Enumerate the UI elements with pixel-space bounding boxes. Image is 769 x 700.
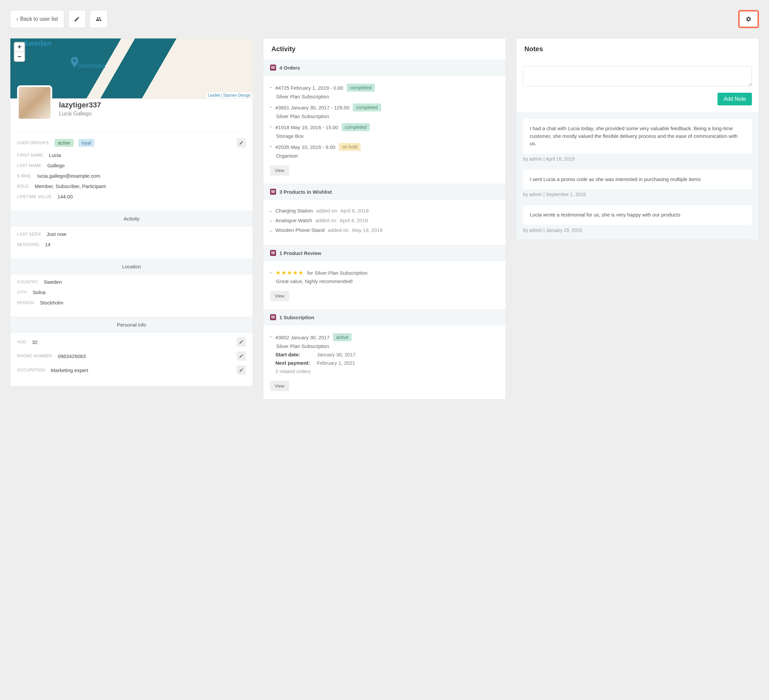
wishlist-product: Charging Station: [275, 208, 313, 214]
review-section-header: W 1 Product Review: [263, 245, 506, 261]
caret-icon: ▸: [270, 105, 272, 109]
order-line: #4725 February 1, 2019 - 0.00: [275, 85, 343, 91]
top-bar: ‹ Back to user list: [10, 10, 759, 28]
woo-icon: W: [270, 64, 276, 71]
wishlist-item: ▸Charging Station added on April 6, 2018: [270, 208, 499, 214]
wishlist-list: ▸Charging Station added on April 6, 2018…: [263, 200, 506, 245]
region-label: REGION:: [17, 301, 35, 305]
location-header: Location: [10, 259, 253, 274]
star-rating: ★★★★★: [275, 269, 304, 277]
age-value: 32: [32, 339, 38, 345]
wishlist-date: May 18, 2018: [352, 227, 383, 233]
users-button[interactable]: [90, 10, 108, 28]
add-note-button[interactable]: Add Note: [718, 93, 752, 105]
city-value: Solna: [33, 290, 45, 295]
profile-card: Sweden + − Stockholm Leaflet | Stamen De…: [10, 38, 253, 386]
wishlist-date: April 6, 2018: [340, 208, 368, 214]
phone-value: 0963426083: [58, 353, 86, 359]
next-payment-label: Next payment:: [275, 360, 315, 366]
edit-button[interactable]: [68, 10, 86, 28]
order-line: #2035 May 10, 2016 - 9.00: [275, 144, 335, 150]
wishlist-product: Wooden Phone Stand: [275, 227, 325, 233]
pencil-icon: [239, 354, 244, 358]
start-date-value: January 30, 2017: [317, 352, 356, 357]
city-label: CITY:: [17, 290, 28, 295]
group-loyal-badge: loyal: [78, 139, 95, 147]
activity-header: Activity: [10, 211, 253, 227]
order-status-badge: on hold: [339, 143, 361, 151]
notes-title: Notes: [516, 39, 759, 60]
review-body: Great value, highly recommended!: [275, 278, 499, 284]
review-for-text: for Silver Plan Subscription: [307, 270, 367, 276]
notes-list: I had a chat with Lucia today, she provi…: [516, 112, 759, 240]
last-name-value: Gallego: [47, 163, 64, 168]
email-value: lucia.gallego@example.com: [37, 173, 100, 179]
order-line: #3651 January 30, 2017 - 129.00: [275, 105, 349, 110]
edit-age-icon[interactable]: [236, 337, 246, 347]
caret-icon: ▸: [270, 124, 272, 129]
caret-icon: ▸: [270, 144, 272, 148]
review-header-text: 1 Product Review: [280, 250, 321, 256]
note-meta: by admin | April 16, 2019: [523, 156, 752, 162]
activity-title: Activity: [263, 39, 506, 60]
edit-groups-icon[interactable]: [236, 138, 246, 148]
subscription-desc: Silver Plan Subscription: [275, 343, 499, 349]
group-active-badge: active: [55, 139, 74, 147]
caret-icon: ▸: [270, 335, 272, 339]
settings-button[interactable]: [740, 12, 757, 26]
orders-header-text: 4 Orders: [280, 65, 300, 71]
country-value: Sweden: [44, 279, 62, 285]
email-label: E-MAIL:: [17, 174, 33, 179]
full-name: Lucia Gallego: [59, 111, 101, 117]
view-subscriptions-button[interactable]: View: [270, 381, 289, 391]
caret-icon: ▸: [270, 219, 272, 223]
order-desc: Silver Plan Subscription: [275, 94, 499, 100]
map-zoom-controls: + −: [14, 42, 25, 62]
occupation-value: Marketing expert: [51, 367, 88, 373]
first-name-value: Lucia: [49, 152, 61, 158]
map-zoom-out[interactable]: −: [14, 52, 24, 61]
order-status-badge: completed: [342, 123, 370, 131]
users-icon: [95, 16, 102, 22]
order-status-badge: completed: [347, 84, 375, 92]
wishlist-item: ▸Wooden Phone Stand added on May 18, 201…: [270, 227, 499, 233]
note-textarea[interactable]: [523, 66, 752, 86]
map-country-label: Sweden: [24, 39, 51, 48]
wishlist-item: ▸Analogue Watch added on April 4, 2018: [270, 217, 499, 223]
edit-occupation-icon[interactable]: [236, 365, 246, 375]
subscription-status: active: [333, 333, 352, 341]
view-orders-button[interactable]: View: [270, 165, 289, 176]
caret-icon: ▸: [270, 270, 272, 275]
personal-header: Personal info: [10, 317, 253, 333]
back-button[interactable]: ‹ Back to user list: [10, 10, 64, 28]
order-status-badge: completed: [353, 103, 381, 111]
first-name-label: FIRST NAME:: [17, 153, 44, 158]
order-item: ▸#1918 May 19, 2016 - 15.00completedStor…: [270, 123, 499, 139]
order-desc: Storage Box: [275, 133, 499, 139]
caret-icon: ▸: [270, 209, 272, 214]
subscription-line: #3652 January 30, 2017: [275, 335, 330, 340]
last-seen-label: LAST SEEN:: [17, 232, 42, 237]
pencil-icon: [239, 140, 244, 145]
wishlist-added-text: added on: [316, 208, 337, 214]
view-reviews-button[interactable]: View: [270, 291, 289, 301]
wishlist-product: Analogue Watch: [275, 217, 312, 223]
wishlist-header-text: 3 Products in Wishlist: [280, 189, 332, 195]
activity-card: Activity W 4 Orders ▸#4725 February 1, 2…: [263, 38, 506, 399]
occupation-label: OCCUPATION:: [17, 368, 46, 372]
order-item: ▸#3651 January 30, 2017 - 129.00complete…: [270, 103, 499, 119]
pencil-icon: [239, 368, 244, 372]
subscription-list: ▸ #3652 January 30, 2017 active Silver P…: [263, 325, 506, 399]
pencil-icon: [239, 340, 244, 344]
orders-list: ▸#4725 February 1, 2019 - 0.00completedS…: [263, 76, 506, 184]
subscription-item: ▸ #3652 January 30, 2017 active Silver P…: [270, 333, 499, 374]
chevron-left-icon: ‹: [16, 16, 18, 22]
last-name-label: LAST NAME:: [17, 163, 42, 168]
role-value: Member, Subscriber, Participant: [35, 183, 106, 189]
map-zoom-in[interactable]: +: [14, 42, 24, 52]
order-desc: Silver Plan Subscription: [275, 113, 499, 119]
wishlist-section-header: W 3 Products in Wishlist: [263, 184, 506, 200]
last-seen-value: Just now: [47, 231, 66, 237]
woo-icon: W: [270, 314, 276, 320]
edit-phone-icon[interactable]: [236, 351, 246, 361]
